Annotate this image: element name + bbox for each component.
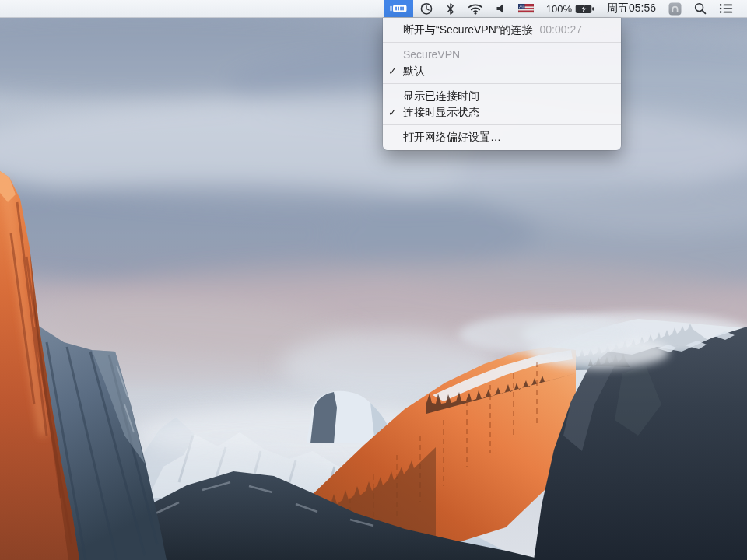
menubar-time-machine-item[interactable] [413, 0, 440, 17]
us-flag-input-source-icon [518, 4, 534, 13]
checkmark-icon: ✓ [388, 104, 402, 121]
menubar-spotlight-item[interactable] [688, 0, 713, 17]
bluetooth-icon [446, 2, 455, 16]
menu-item-default-config[interactable]: ✓默认 [383, 63, 621, 79]
menu-item-disconnect-securevpn[interactable]: 断开与“SecureVPN”的连接00:00:27 [383, 22, 621, 38]
menubar-clock[interactable]: 周五05:56 [601, 0, 662, 17]
app-arch-icon [668, 2, 682, 16]
connection-timer: 00:00:27 [539, 23, 582, 36]
desktop-wallpaper[interactable] [0, 0, 747, 560]
battery-percent-label: 100% [546, 3, 572, 15]
menu-item-service-header: SecureVPN [383, 47, 621, 63]
volume-icon [496, 3, 506, 14]
menubar-battery-item[interactable]: 100% [540, 0, 601, 17]
menu-item-label: 连接时显示状态 [403, 106, 479, 118]
menu-separator [383, 42, 621, 43]
notification-center-icon [719, 3, 733, 14]
menu-item-show-status-while-connecting[interactable]: ✓连接时显示状态 [383, 104, 621, 121]
menubar-volume-item[interactable] [489, 0, 512, 17]
menubar-app-item[interactable] [662, 0, 688, 17]
menubar-input-source-item[interactable] [512, 0, 540, 17]
menubar-wifi-item[interactable] [461, 0, 489, 17]
menu-item-show-time-connected[interactable]: 显示已连接时间 [383, 88, 621, 104]
vpn-icon [389, 2, 408, 15]
el-capitan-wallpaper-image [0, 0, 747, 560]
menu-bar-status-items: 100% 周五05:56 [384, 0, 747, 17]
menu-separator [383, 124, 621, 125]
spotlight-search-icon [694, 2, 707, 15]
battery-charging-icon [575, 4, 594, 14]
menu-item-label: 显示已连接时间 [403, 89, 479, 102]
vpn-menu: 断开与“SecureVPN”的连接00:00:27 SecureVPN ✓默认 … [383, 18, 621, 150]
menu-separator [383, 83, 621, 84]
checkmark-icon: ✓ [388, 63, 402, 79]
menubar-bluetooth-item[interactable] [440, 0, 461, 17]
time-machine-icon [419, 2, 433, 16]
wifi-icon [468, 2, 483, 15]
menubar-notification-center-item[interactable] [713, 0, 739, 17]
menu-item-label: 打开网络偏好设置… [403, 131, 501, 143]
menubar-vpn-item[interactable] [384, 0, 413, 17]
menu-bar: 100% 周五05:56 [0, 0, 747, 18]
menu-item-label: 默认 [403, 65, 425, 77]
menu-item-label: 断开与“SecureVPN”的连接 [403, 23, 532, 36]
menu-item-open-network-preferences[interactable]: 打开网络偏好设置… [383, 129, 621, 145]
menu-item-label: SecureVPN [403, 48, 460, 61]
